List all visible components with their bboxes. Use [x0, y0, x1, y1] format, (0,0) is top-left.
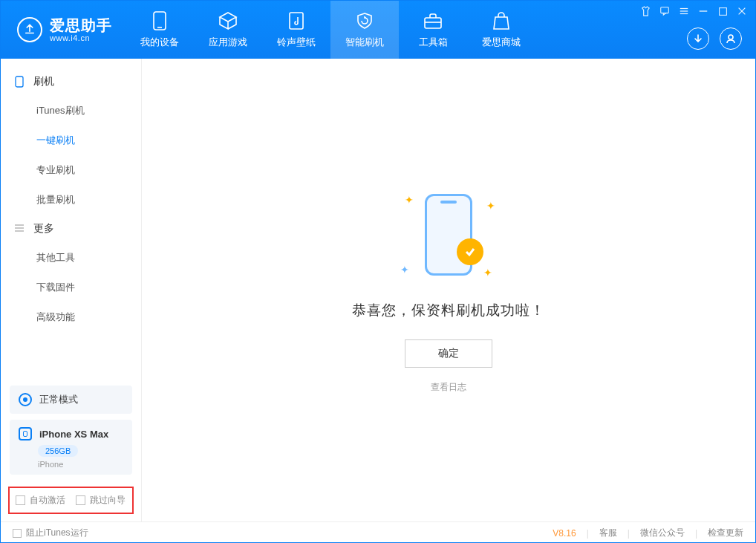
close-button[interactable]	[736, 5, 748, 17]
section-label: 更多	[33, 222, 54, 235]
feedback-icon[interactable]	[659, 5, 671, 17]
shield-rotate-icon	[354, 10, 375, 31]
sidebar-item-pro-flash[interactable]: 专业刷机	[1, 155, 141, 185]
checkbox-icon	[16, 495, 25, 505]
device-mode-box[interactable]: 正常模式	[10, 386, 132, 414]
logo-area: 爱思助手 www.i4.cn	[1, 1, 126, 59]
nav-smart-flash[interactable]: 智能刷机	[330, 1, 399, 59]
checkbox-label: 阻止iTunes运行	[26, 527, 88, 539]
titlebar-buttons	[639, 5, 748, 17]
checkbox-block-itunes[interactable]: 阻止iTunes运行	[13, 527, 88, 539]
phone-small-icon	[14, 76, 26, 88]
checkbox-label: 跳过向导	[90, 494, 126, 507]
view-log-link[interactable]: 查看日志	[431, 381, 466, 394]
checkbox-auto-activate[interactable]: 自动激活	[16, 494, 65, 507]
nav-label: 我的设备	[140, 36, 179, 49]
music-file-icon	[286, 10, 307, 31]
svg-rect-10	[719, 7, 726, 15]
phone-icon	[149, 10, 170, 31]
tshirt-icon[interactable]	[639, 5, 651, 17]
divider: |	[587, 528, 589, 539]
sidebar-item-download-firmware[interactable]: 下载固件	[1, 273, 141, 302]
nav-my-device[interactable]: 我的设备	[126, 1, 194, 59]
wechat-link[interactable]: 微信公众号	[640, 527, 685, 539]
toolbox-icon	[423, 10, 443, 31]
nav: 我的设备 应用游戏 铃声壁纸 智能刷机 工具箱 爱思商城	[126, 1, 535, 59]
header-right-icons	[687, 27, 742, 50]
device-type: iPhone	[38, 460, 123, 469]
device-name: iPhone XS Max	[39, 429, 108, 440]
statusbar: 阻止iTunes运行 V8.16 | 客服 | 微信公众号 | 检查更新	[1, 521, 755, 543]
svg-rect-14	[16, 77, 23, 87]
version-label: V8.16	[553, 528, 576, 539]
mode-icon	[19, 393, 32, 406]
nav-apps-games[interactable]: 应用游戏	[194, 1, 262, 59]
section-label: 刷机	[33, 75, 54, 88]
divider: |	[628, 528, 630, 539]
mode-label: 正常模式	[39, 393, 78, 406]
app-window: 爱思助手 www.i4.cn 我的设备 应用游戏 铃声壁纸 智能刷机	[0, 0, 756, 543]
svg-point-13	[729, 35, 733, 39]
sidebar: 刷机 iTunes刷机 一键刷机 专业刷机 批量刷机 更多 其他工具 下载固件 …	[1, 59, 142, 521]
app-title: 爱思助手	[50, 17, 112, 33]
sparkle-icon: ✦	[483, 267, 492, 279]
menu-icon[interactable]	[678, 5, 690, 17]
nav-label: 铃声壁纸	[277, 36, 316, 49]
logo-icon	[17, 17, 42, 42]
svg-rect-3	[425, 18, 441, 28]
logo-text: 爱思助手 www.i4.cn	[50, 17, 112, 42]
body: 刷机 iTunes刷机 一键刷机 专业刷机 批量刷机 更多 其他工具 下载固件 …	[1, 59, 755, 521]
minimize-button[interactable]	[697, 5, 709, 17]
checkbox-icon	[13, 529, 22, 538]
check-update-link[interactable]: 检查更新	[708, 527, 743, 539]
sparkle-icon: ✦	[400, 264, 409, 276]
sidebar-item-itunes-flash[interactable]: iTunes刷机	[1, 96, 141, 126]
header: 爱思助手 www.i4.cn 我的设备 应用游戏 铃声壁纸 智能刷机	[1, 1, 755, 59]
app-subtitle: www.i4.cn	[50, 33, 112, 42]
nav-label: 应用游戏	[209, 36, 247, 49]
user-button[interactable]	[720, 27, 742, 50]
checkmark-badge-icon	[457, 238, 483, 265]
svg-rect-5	[661, 7, 669, 13]
nav-toolbox[interactable]: 工具箱	[399, 1, 467, 59]
nav-ringtones[interactable]: 铃声壁纸	[262, 1, 330, 59]
device-icon	[19, 427, 32, 440]
sidebar-item-other-tools[interactable]: 其他工具	[1, 243, 141, 273]
bag-icon	[491, 10, 512, 31]
sparkle-icon: ✦	[486, 200, 495, 212]
maximize-button[interactable]	[717, 5, 729, 17]
nav-store[interactable]: 爱思商城	[467, 1, 535, 59]
divider: |	[695, 528, 697, 539]
sidebar-item-advanced[interactable]: 高级功能	[1, 302, 141, 332]
highlighted-checkbox-row: 自动激活 跳过向导	[8, 487, 134, 514]
nav-label: 智能刷机	[345, 36, 384, 49]
list-icon	[14, 223, 26, 235]
main-content: ✦ ✦ ✦ ✦ 恭喜您，保资料刷机成功啦！ 确定 查看日志	[142, 59, 755, 521]
sidebar-item-onekey-flash[interactable]: 一键刷机	[1, 126, 141, 155]
sidebar-section-flash[interactable]: 刷机	[1, 68, 141, 96]
support-link[interactable]: 客服	[599, 527, 617, 539]
checkbox-icon	[76, 495, 85, 505]
success-illustration: ✦ ✦ ✦ ✦	[400, 186, 497, 283]
device-capacity: 256GB	[38, 445, 78, 457]
nav-label: 爱思商城	[482, 36, 521, 49]
sparkle-icon: ✦	[405, 194, 414, 206]
success-message: 恭喜您，保资料刷机成功啦！	[352, 301, 545, 320]
ok-button[interactable]: 确定	[405, 339, 492, 368]
checkbox-skip-guide[interactable]: 跳过向导	[76, 494, 126, 507]
sidebar-item-batch-flash[interactable]: 批量刷机	[1, 185, 141, 215]
checkbox-label: 自动激活	[30, 494, 65, 507]
cube-icon	[218, 10, 238, 31]
sidebar-section-more[interactable]: 更多	[1, 215, 141, 243]
svg-rect-2	[290, 13, 303, 29]
download-button[interactable]	[687, 27, 709, 50]
device-info-box[interactable]: iPhone XS Max 256GB iPhone	[10, 420, 132, 475]
nav-label: 工具箱	[419, 36, 448, 49]
